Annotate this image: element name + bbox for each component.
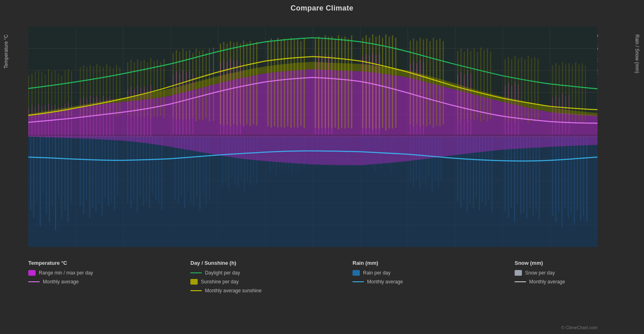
svg-rect-341 bbox=[147, 89, 148, 136]
svg-rect-364 bbox=[366, 54, 367, 135]
legend-temp-avg-line bbox=[28, 281, 40, 282]
svg-rect-203 bbox=[157, 60, 158, 117]
legend-rain-avg-label: Monthly average bbox=[367, 279, 403, 285]
svg-rect-387 bbox=[562, 94, 563, 135]
svg-rect-215 bbox=[203, 50, 203, 121]
svg-rect-26 bbox=[40, 137, 41, 227]
svg-rect-160 bbox=[568, 137, 569, 219]
svg-rect-379 bbox=[505, 85, 505, 134]
svg-rect-378 bbox=[471, 73, 471, 134]
svg-rect-316 bbox=[48, 103, 49, 137]
svg-rect-262 bbox=[386, 34, 386, 130]
legend-rain-day: Rain per day bbox=[353, 270, 454, 276]
svg-rect-271 bbox=[427, 38, 427, 126]
svg-rect-356 bbox=[240, 62, 241, 135]
legend-temp-range: Range min / max per day bbox=[28, 270, 129, 276]
legend-daylight: Daylight per day bbox=[190, 270, 291, 276]
svg-rect-33 bbox=[61, 137, 62, 219]
svg-rect-59 bbox=[155, 137, 156, 200]
legend-area: Temperature °C Range min / max per day M… bbox=[0, 255, 644, 296]
svg-rect-56 bbox=[146, 137, 147, 202]
svg-rect-233 bbox=[274, 40, 275, 126]
svg-rect-295 bbox=[528, 56, 529, 123]
svg-rect-365 bbox=[369, 56, 370, 135]
svg-rect-29 bbox=[49, 137, 50, 223]
svg-rect-237 bbox=[287, 40, 288, 126]
legend-temperature-title: Temperature °C bbox=[28, 260, 129, 266]
legend-snow-day: Snow per day bbox=[515, 270, 616, 276]
chart-title: Compare Climate bbox=[0, 0, 644, 14]
legend-sunshine-title: Day / Sunshine (h) bbox=[190, 260, 291, 266]
svg-rect-161 bbox=[571, 137, 572, 215]
svg-rect-157 bbox=[558, 137, 559, 213]
svg-rect-236 bbox=[284, 38, 285, 128]
svg-rect-332 bbox=[106, 98, 107, 137]
svg-rect-162 bbox=[574, 137, 575, 225]
svg-rect-321 bbox=[65, 104, 65, 137]
svg-rect-286 bbox=[487, 49, 488, 122]
svg-rect-311 bbox=[32, 105, 32, 137]
svg-rect-366 bbox=[372, 53, 373, 135]
svg-rect-328 bbox=[93, 98, 94, 137]
svg-rect-293 bbox=[521, 57, 522, 121]
svg-rect-166 bbox=[586, 137, 587, 223]
svg-rect-146 bbox=[514, 137, 515, 223]
svg-rect-156 bbox=[555, 137, 556, 223]
svg-rect-353 bbox=[230, 58, 231, 135]
svg-rect-349 bbox=[192, 74, 193, 134]
svg-rect-61 bbox=[162, 137, 163, 211]
chart-svg: 50 40 30 20 10 0 -10 -20 -30 -40 -50 24 … bbox=[28, 26, 598, 247]
svg-rect-232 bbox=[271, 38, 272, 128]
svg-rect-24 bbox=[33, 137, 34, 219]
svg-rect-373 bbox=[423, 62, 424, 135]
svg-rect-330 bbox=[100, 99, 101, 137]
legend-snow-title: Snow (mm) bbox=[515, 260, 616, 266]
svg-rect-335 bbox=[127, 89, 128, 136]
svg-rect-355 bbox=[236, 60, 237, 135]
svg-rect-217 bbox=[209, 49, 210, 122]
legend-rain: Rain (mm) Rain per day Monthly average bbox=[353, 260, 454, 294]
legend-temperature: Temperature °C Range min / max per day M… bbox=[28, 260, 129, 294]
copyright: © ClimeChart.com bbox=[561, 325, 598, 330]
svg-rect-283 bbox=[477, 52, 478, 119]
legend-snow-swatch bbox=[515, 270, 522, 276]
svg-rect-23 bbox=[30, 137, 31, 211]
svg-rect-228 bbox=[250, 41, 251, 126]
svg-rect-53 bbox=[137, 137, 137, 213]
svg-rect-367 bbox=[376, 55, 376, 135]
svg-rect-306 bbox=[575, 62, 576, 123]
svg-rect-357 bbox=[315, 58, 316, 135]
svg-rect-336 bbox=[131, 87, 131, 136]
svg-rect-57 bbox=[149, 137, 150, 208]
svg-rect-25 bbox=[36, 137, 37, 202]
svg-rect-42 bbox=[95, 137, 96, 213]
svg-rect-51 bbox=[131, 137, 131, 208]
svg-rect-385 bbox=[555, 95, 556, 135]
svg-rect-305 bbox=[572, 65, 573, 120]
svg-rect-361 bbox=[328, 56, 329, 135]
legend-rain-avg-line bbox=[353, 281, 364, 282]
svg-rect-216 bbox=[206, 53, 207, 118]
main-container: Compare Climate Tirana Tirana ClimeChart… bbox=[0, 0, 644, 334]
legend-snow: Snow (mm) Snow per day Monthly average bbox=[515, 260, 616, 294]
svg-rect-47 bbox=[111, 137, 112, 202]
svg-rect-359 bbox=[321, 57, 322, 135]
legend-temp-range-swatch bbox=[28, 270, 36, 276]
svg-rect-287 bbox=[490, 52, 491, 119]
svg-rect-333 bbox=[110, 97, 110, 137]
svg-rect-368 bbox=[379, 54, 380, 135]
svg-rect-52 bbox=[133, 137, 134, 200]
svg-rect-354 bbox=[233, 61, 234, 135]
svg-rect-362 bbox=[332, 55, 332, 135]
svg-rect-239 bbox=[294, 39, 295, 127]
svg-rect-31 bbox=[55, 137, 56, 231]
svg-rect-154 bbox=[539, 137, 540, 221]
svg-rect-39 bbox=[86, 137, 87, 200]
svg-rect-358 bbox=[318, 55, 319, 135]
legend-daylight-line bbox=[190, 272, 202, 273]
svg-rect-285 bbox=[484, 50, 484, 120]
svg-rect-345 bbox=[179, 73, 180, 134]
svg-rect-273 bbox=[433, 38, 434, 128]
svg-rect-284 bbox=[480, 47, 481, 122]
legend-sunshine-avg: Monthly average sunshine bbox=[190, 288, 291, 294]
